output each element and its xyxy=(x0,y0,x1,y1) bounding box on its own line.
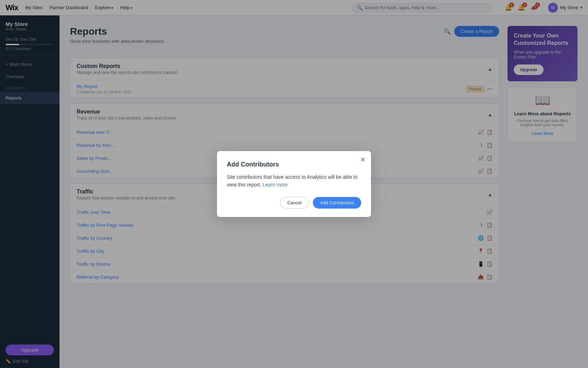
add-contributors-modal: ✕ Add Contributors Site contributors tha… xyxy=(217,151,371,217)
modal-close-button[interactable]: ✕ xyxy=(360,156,365,164)
modal-body: Site contributors that have access to An… xyxy=(227,173,361,189)
cancel-button[interactable]: Cancel xyxy=(280,197,309,209)
modal-title: Add Contributors xyxy=(227,161,361,168)
learn-more-link[interactable]: Learn more xyxy=(262,182,288,188)
add-contributors-button[interactable]: Add Contributors xyxy=(313,197,361,209)
modal-body-text: Site contributors that have access to An… xyxy=(227,174,358,188)
modal-overlay[interactable]: ✕ Add Contributors Site contributors tha… xyxy=(0,0,588,368)
modal-actions: Cancel Add Contributors xyxy=(227,197,361,209)
